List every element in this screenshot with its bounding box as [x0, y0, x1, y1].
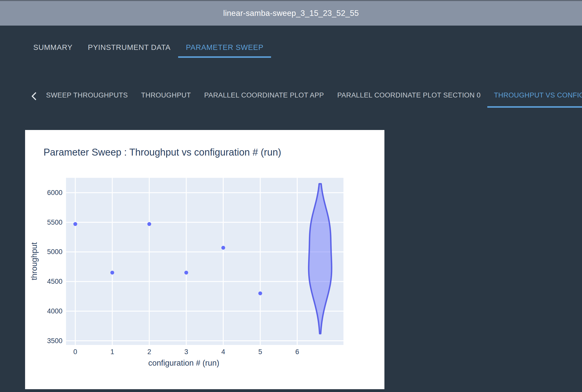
x-tick-label: 0	[73, 348, 77, 356]
y-axis-title: throughput	[30, 242, 39, 280]
subtab-throughput[interactable]: THROUGHPUT	[134, 84, 198, 108]
scatter-point[interactable]	[258, 291, 262, 295]
chart-card: 3500400045005000550060000123456 Paramete…	[25, 130, 384, 389]
tabs-scroll-left-button[interactable]	[28, 84, 39, 108]
subtab-throughput-vs-config[interactable]: THROUGHPUT VS CONFIG	[487, 84, 582, 108]
subtab-parallel-coordinate-plot-app[interactable]: PARALLEL COORDINATE PLOT APP	[198, 84, 331, 108]
chart-title: Parameter Sweep : Throughput vs configur…	[44, 147, 281, 158]
y-tick-label: 4000	[47, 307, 62, 315]
window-title: linear-samba-sweep_3_15_23_52_55	[223, 9, 359, 18]
scatter-point[interactable]	[110, 271, 114, 275]
x-tick-label: 5	[258, 348, 262, 356]
y-tick-label: 3500	[47, 337, 62, 345]
throughput-vs-config-plot[interactable]: 3500400045005000550060000123456	[25, 130, 384, 389]
tab-summary[interactable]: SUMMARY	[26, 38, 80, 58]
x-tick-label: 2	[147, 348, 151, 356]
scatter-point[interactable]	[73, 222, 77, 226]
tab-pyinstrument-data[interactable]: PYINSTRUMENT DATA	[80, 38, 178, 58]
y-tick-label: 6000	[47, 189, 62, 197]
scatter-point[interactable]	[147, 222, 151, 226]
y-tick-label: 5000	[47, 248, 62, 256]
scatter-point[interactable]	[184, 271, 188, 275]
chevron-left-icon	[30, 91, 38, 102]
plot-area[interactable]	[66, 178, 343, 345]
main-tab-bar: SUMMARYPYINSTRUMENT DATAPARAMETER SWEEP	[26, 38, 271, 58]
x-tick-label: 1	[110, 348, 114, 356]
tab-parameter-sweep[interactable]: PARAMETER SWEEP	[178, 38, 271, 58]
y-tick-label: 5500	[47, 219, 62, 226]
x-tick-label: 4	[221, 348, 225, 356]
scatter-point[interactable]	[221, 246, 225, 250]
subtab-sweep-throughputs[interactable]: SWEEP THROUGHPUTS	[39, 84, 134, 108]
sub-tab-bar: SWEEP THROUGHPUTSTHROUGHPUTPARALLEL COOR…	[28, 84, 582, 108]
x-axis-title: configuration # (run)	[148, 358, 219, 368]
window-titlebar: linear-samba-sweep_3_15_23_52_55	[0, 0, 582, 26]
x-tick-label: 6	[295, 348, 299, 356]
x-tick-label: 3	[184, 348, 188, 356]
subtab-parallel-coordinate-plot-section-0[interactable]: PARALLEL COORDINATE PLOT SECTION 0	[331, 84, 487, 108]
y-tick-label: 4500	[47, 278, 62, 285]
